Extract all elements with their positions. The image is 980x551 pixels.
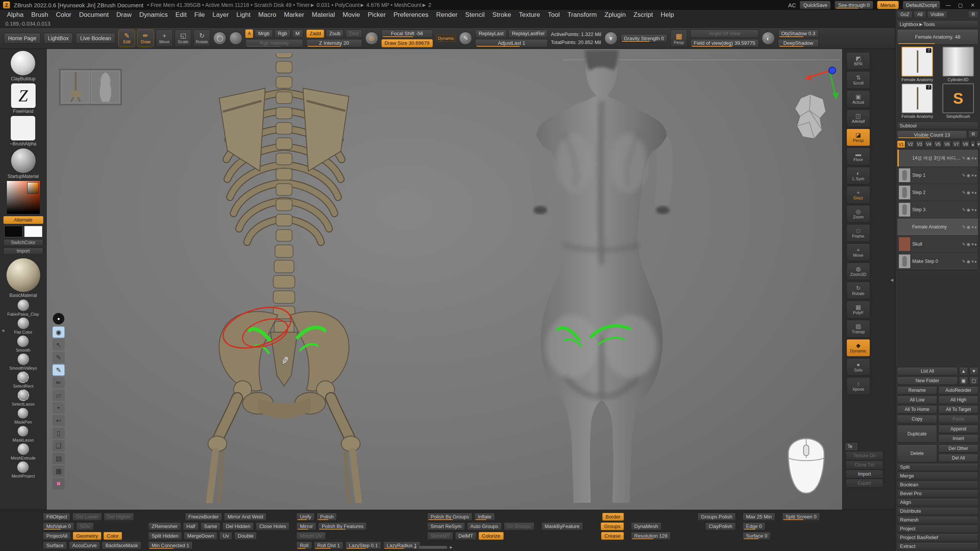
shelf-button[interactable]: ● Solo [846, 358, 870, 376]
bottom-bar-button[interactable]: Split Hidden [148, 532, 182, 540]
subtool-action-button[interactable]: All To Target [938, 405, 978, 414]
bottom-bar-button[interactable]: Close Holes [256, 522, 289, 530]
switchcolor-button[interactable]: SwitchColor [3, 239, 43, 246]
mode-button[interactable]: ✏ Draw [137, 29, 154, 47]
subtool-section-row[interactable]: Extract [897, 542, 978, 550]
dot-icon[interactable]: • [52, 402, 65, 414]
close-icon[interactable]: ✕ [969, 2, 977, 8]
subtool-action-button[interactable]: All To Home [897, 405, 937, 414]
subtool-section-row[interactable]: Project BasRelief [897, 533, 978, 541]
menu-item[interactable]: File [191, 11, 209, 19]
sidebar-material-item[interactable]: Smooth [16, 336, 31, 352]
subtool-version-tab[interactable]: V1 [897, 140, 905, 148]
subtool-row[interactable]: Step 3 ✎ ◉ ▾ ▸ [897, 201, 978, 218]
subtool-version-tab[interactable]: V6 [943, 140, 951, 148]
menu-item[interactable]: Marker [280, 11, 308, 19]
subtool-row[interactable]: Skull ✎ ◉ ▾ ▸ [897, 236, 978, 253]
subtool-section-header[interactable]: Subtool [897, 122, 978, 129]
canvas-horizontal-scrollbar[interactable]: ◄ ► [413, 545, 453, 549]
subtool-section-row[interactable]: Merge [897, 472, 978, 480]
subtool-section-row[interactable]: Bevel Pro [897, 489, 978, 497]
clipboard-icon[interactable]: ▤ [52, 453, 65, 464]
new-folder-button[interactable]: New Folder [897, 377, 958, 385]
female-body-model[interactable] [494, 50, 709, 503]
bottom-bar-button[interactable]: Resolution 128 [631, 532, 671, 540]
gravity-strength-slider[interactable]: Gravity Strength 0 [621, 34, 668, 42]
subtool-section-row[interactable]: Remesh [897, 516, 978, 524]
adjust-last-slider[interactable]: AdjustLast 1 [475, 39, 548, 47]
subtool-row[interactable]: 14성 여성 3단계 바디 각상 - [전완.. ✎ ◉ ▾ ▸ [897, 150, 978, 167]
insert-button[interactable]: Insert [938, 434, 978, 443]
persp-icon[interactable]: ▦ Persp [670, 29, 687, 47]
pen-icon[interactable]: ✎ [52, 364, 65, 376]
zcut-button[interactable]: Zcut [345, 29, 362, 38]
shelf-button[interactable]: + Gxyz [846, 186, 870, 204]
current-material-sphere[interactable] [7, 258, 40, 292]
bottom-bar-button[interactable]: MaskByFeature [541, 522, 583, 530]
append-button[interactable]: Append [938, 425, 978, 433]
history-thumb-body[interactable] [91, 71, 120, 103]
mode-button[interactable]: ◱ Scale [175, 29, 191, 47]
subtool-collapse-icon[interactable]: ▾ [972, 190, 974, 195]
bottom-bar-button[interactable]: FreezeBorder [185, 513, 222, 521]
menu-item[interactable]: Material [308, 11, 339, 19]
field-of-view-slider[interactable]: Field of view(deg) 39.59775 [690, 39, 758, 47]
del-other-button[interactable]: Del Other [938, 444, 978, 453]
menu-item[interactable]: Movie [339, 11, 364, 19]
sidebar-material-item[interactable]: MaskLasso [13, 425, 34, 442]
bottom-bar-button[interactable]: MergeDown [184, 532, 217, 540]
shelf-button[interactable]: ▬ Floor [846, 148, 870, 165]
subtool-eye-icon[interactable]: ◉ [967, 190, 970, 195]
menu-item[interactable]: Brush [27, 11, 52, 19]
main-color-swatch[interactable] [4, 226, 23, 237]
menu-item[interactable]: Edit [172, 11, 190, 19]
menu-item[interactable]: Render [432, 11, 461, 19]
current-tool-slider[interactable]: Female Anatomy. 48 [897, 29, 978, 45]
duplicate-button[interactable]: Duplicate [897, 425, 937, 443]
visibility-eye-icon[interactable]: ◉ [52, 326, 65, 338]
mrgb-button[interactable]: Mrgb [255, 29, 273, 38]
menu-item[interactable]: Layer [209, 11, 233, 19]
folder-icon[interactable]: ▣ [959, 377, 968, 385]
m-button[interactable]: M [292, 29, 303, 38]
bottom-bar-button[interactable]: ClayPolish [705, 522, 735, 530]
scroll-right-icon[interactable]: ► [449, 545, 453, 549]
sidebar-material-item[interactable]: Flat Color [14, 318, 33, 334]
pen-plus-icon[interactable]: ✎ [52, 352, 65, 363]
select-cursor-icon[interactable]: ↖ [52, 339, 65, 350]
bottom-bar-button[interactable]: Same [201, 522, 220, 530]
tool-item[interactable]: 7 Female Anatomy [898, 83, 937, 119]
undo-icon[interactable]: ↩ [52, 415, 65, 426]
pencil-icon[interactable]: ✏ [52, 377, 65, 388]
bottom-bar-button[interactable]: Del Lower [72, 513, 102, 521]
subtool-section-row[interactable]: Boolean [897, 481, 978, 489]
bottom-bar-button[interactable]: Split Screen 0 [782, 513, 820, 521]
rgb-button[interactable]: Rgb [274, 29, 291, 38]
subtool-eye-icon[interactable]: ◉ [967, 207, 970, 212]
subtool-scroll-up-icon[interactable]: ▲ [970, 140, 975, 148]
replay-last-rel-button[interactable]: ReplayLastRel [508, 29, 548, 38]
lightbox-button[interactable]: LightBox [44, 33, 73, 44]
shelf-button[interactable]: ◪ Persp [846, 129, 870, 146]
menu-item[interactable]: Transform [564, 11, 601, 19]
subtool-version-tab[interactable]: V3 [915, 140, 924, 148]
scrollbar-thumb[interactable] [418, 546, 448, 549]
menu-item[interactable]: Macro [254, 11, 280, 19]
subtool-row[interactable]: Make Step 0 ✎ ◉ ▾ ▸ [897, 253, 978, 270]
shelf-button[interactable]: ↻ Rotate [846, 282, 870, 299]
bottom-bar-button[interactable]: MidValue 0 [43, 522, 74, 530]
subtool-collapse-icon[interactable]: ▾ [972, 225, 974, 230]
stroke-icon[interactable]: ◯ [213, 32, 226, 45]
subtool-version-tab[interactable]: V5 [934, 140, 942, 148]
menu-item[interactable]: Color [52, 11, 75, 19]
subtool-row[interactable]: Step 1 ✎ ◉ ▾ ▸ [897, 167, 978, 184]
sidebar-material-item[interactable]: FabioPaiva_Clay [7, 300, 39, 316]
shelf-button[interactable]: ◩ BPR [846, 52, 870, 70]
bottom-bar-button[interactable]: Uv [219, 532, 232, 540]
bottom-bar-button[interactable]: Crease [601, 532, 624, 540]
import-color-button[interactable]: Import [3, 248, 43, 254]
del-all-button[interactable]: Del All [938, 454, 978, 462]
draw-size-slider[interactable]: Draw Size 30.69679 [381, 39, 433, 47]
move-down-icon[interactable]: ▼ [969, 367, 978, 375]
sidebar-material-item[interactable]: MaskPen [15, 408, 32, 424]
